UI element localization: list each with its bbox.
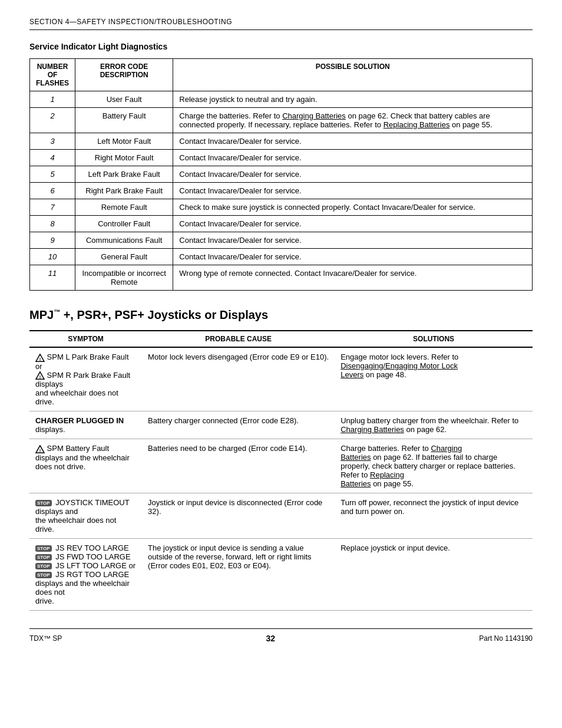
page-footer: TDX™ SP 32 Part No 1143190: [29, 628, 533, 643]
svg-text:!: !: [39, 356, 41, 361]
table-row: 6Right Park Brake FaultContact Invacare/…: [30, 183, 533, 199]
possible-solution: Wrong type of remote connected. Contact …: [173, 265, 533, 291]
symptom-cell: STOP JOYSTICK TIMEOUT displays andthe wh…: [29, 493, 142, 539]
mpj-table: SYMPTOM PROBABLE CAUSE SOLUTIONS ! SPM L…: [29, 330, 533, 611]
table-row: 7Remote FaultCheck to make sure joystick…: [30, 199, 533, 216]
symptom-cell: STOP JS REV TOO LARGESTOP JS FWD TOO LAR…: [29, 539, 142, 611]
cause-cell: Joystick or input device is disconnected…: [142, 493, 335, 539]
mpj-col-solutions: SOLUTIONS: [335, 331, 533, 347]
table-row: 5Left Park Brake FaultContact Invacare/D…: [30, 166, 533, 183]
error-description: User Fault: [75, 91, 173, 108]
flash-number: 1: [30, 91, 75, 108]
section2-title: MPJ™ +, PSR+, PSF+ Joysticks or Displays: [29, 308, 533, 322]
error-description: Communications Fault: [75, 232, 173, 249]
symptom-cell: ! SPM Battery Fault displays and the whe…: [29, 439, 142, 493]
flash-number: 5: [30, 166, 75, 183]
table-row: 8Controller FaultContact Invacare/Dealer…: [30, 216, 533, 232]
stop-icon: STOP: [35, 554, 52, 561]
table-row: 11Incompatible or incorrect RemoteWrong …: [30, 265, 533, 291]
flash-number: 10: [30, 249, 75, 265]
flash-number: 9: [30, 232, 75, 249]
solution-cell: Charge batteries. Refer to ChargingBatte…: [335, 439, 533, 493]
table-row: STOP JOYSTICK TIMEOUT displays andthe wh…: [29, 493, 533, 539]
flash-number: 11: [30, 265, 75, 291]
cause-cell: Motor lock levers disengaged (Error code…: [142, 347, 335, 411]
possible-solution: Contact Invacare/Dealer for service.: [173, 183, 533, 199]
error-description: Left Park Brake Fault: [75, 166, 173, 183]
possible-solution: Contact Invacare/Dealer for service.: [173, 150, 533, 166]
solution-cell: Replace joystick or input device.: [335, 539, 533, 611]
diagnostic-table: NUMBEROFFLASHES ERROR CODEDESCRIPTION PO…: [29, 58, 533, 291]
flash-number: 3: [30, 133, 75, 150]
solution-cell: Unplug battery charger from the wheelcha…: [335, 411, 533, 439]
mpj-col-cause: PROBABLE CAUSE: [142, 331, 335, 347]
col-header-description: ERROR CODEDESCRIPTION: [75, 59, 173, 91]
stop-icon: STOP: [35, 572, 52, 578]
stop-icon: STOP: [35, 563, 52, 569]
col-header-flashes: NUMBEROFFLASHES: [30, 59, 75, 91]
possible-solution: Contact Invacare/Dealer for service.: [173, 133, 533, 150]
svg-text:!: !: [39, 447, 41, 453]
cause-cell: Battery charger connected (Error code E2…: [142, 411, 335, 439]
table-row: CHARGER PLUGGED IN displays.Battery char…: [29, 411, 533, 439]
stop-icon: STOP: [35, 545, 52, 552]
error-description: Remote Fault: [75, 199, 173, 216]
flash-number: 7: [30, 199, 75, 216]
possible-solution: Charge the batteries. Refer to Charging …: [173, 108, 533, 133]
page-header: SECTION 4—SAFETY INSPECTION/TROUBLESHOOT…: [29, 18, 533, 30]
error-description: Battery Fault: [75, 108, 173, 133]
solution-cell: Engage motor lock levers. Refer toDiseng…: [335, 347, 533, 411]
possible-solution: Contact Invacare/Dealer for service.: [173, 232, 533, 249]
error-description: Left Motor Fault: [75, 133, 173, 150]
error-description: Right Park Brake Fault: [75, 183, 173, 199]
mpj-col-symptom: SYMPTOM: [29, 331, 142, 347]
table-row: ! SPM L Park Brake Fault or! SPM R Park …: [29, 347, 533, 411]
section1-title: Service Indicator Light Diagnostics: [29, 42, 533, 51]
possible-solution: Contact Invacare/Dealer for service.: [173, 216, 533, 232]
header-text: SECTION 4—SAFETY INSPECTION/TROUBLESHOOT…: [29, 18, 232, 26]
col-header-solution: POSSIBLE SOLUTION: [173, 59, 533, 91]
cause-cell: Batteries need to be charged (Error code…: [142, 439, 335, 493]
error-description: Right Motor Fault: [75, 150, 173, 166]
table-row: STOP JS REV TOO LARGESTOP JS FWD TOO LAR…: [29, 539, 533, 611]
error-description: Controller Fault: [75, 216, 173, 232]
table-row: ! SPM Battery Fault displays and the whe…: [29, 439, 533, 493]
possible-solution: Release joystick to neutral and try agai…: [173, 91, 533, 108]
error-description: Incompatible or incorrect Remote: [75, 265, 173, 291]
footer-left: TDX™ SP: [29, 634, 62, 643]
flash-number: 8: [30, 216, 75, 232]
table-row: 9Communications FaultContact Invacare/De…: [30, 232, 533, 249]
table-row: 3Left Motor FaultContact Invacare/Dealer…: [30, 133, 533, 150]
footer-right: Part No 1143190: [479, 634, 533, 643]
table-row: 1User FaultRelease joystick to neutral a…: [30, 91, 533, 108]
symptom-cell: ! SPM L Park Brake Fault or! SPM R Park …: [29, 347, 142, 411]
solution-cell: Turn off power, reconnect the joystick o…: [335, 493, 533, 539]
table-row: 10General FaultContact Invacare/Dealer f…: [30, 249, 533, 265]
stop-icon: STOP: [35, 500, 52, 506]
svg-text:!: !: [39, 374, 41, 380]
symptom-cell: CHARGER PLUGGED IN displays.: [29, 411, 142, 439]
table-row: 4Right Motor FaultContact Invacare/Deale…: [30, 150, 533, 166]
footer-center: 32: [266, 634, 276, 643]
possible-solution: Check to make sure joystick is connected…: [173, 199, 533, 216]
flash-number: 4: [30, 150, 75, 166]
flash-number: 6: [30, 183, 75, 199]
error-description: General Fault: [75, 249, 173, 265]
possible-solution: Contact Invacare/Dealer for service.: [173, 166, 533, 183]
flash-number: 2: [30, 108, 75, 133]
possible-solution: Contact Invacare/Dealer for service.: [173, 249, 533, 265]
cause-cell: The joystick or input device is sending …: [142, 539, 335, 611]
table-row: 2Battery FaultCharge the batteries. Refe…: [30, 108, 533, 133]
